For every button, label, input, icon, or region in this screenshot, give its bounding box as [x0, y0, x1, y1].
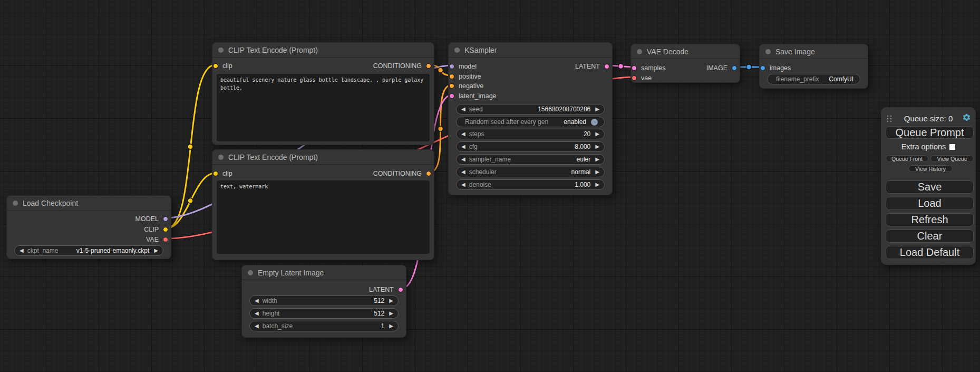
view-queue-button[interactable]: View Queue — [930, 155, 974, 162]
widget-cfg[interactable]: ◀ cfg 8.000 ▶ — [456, 141, 605, 152]
node-header[interactable]: CLIP Text Encode (Prompt) — [212, 150, 434, 165]
output-socket-image[interactable] — [732, 65, 737, 71]
widget-scheduler[interactable]: ◀ scheduler normal ▶ — [456, 167, 605, 177]
input-slot-latent-image[interactable]: latent_image — [449, 91, 497, 101]
input-socket-clip[interactable] — [213, 171, 218, 176]
widget-random-seed-toggle[interactable]: Random seed after every gen enabled — [456, 117, 605, 127]
gear-icon[interactable] — [962, 113, 971, 122]
input-socket-clip[interactable] — [213, 63, 218, 69]
node-header[interactable]: Save Image — [760, 44, 868, 59]
output-socket-clip[interactable] — [163, 227, 168, 232]
output-socket-conditioning[interactable] — [426, 63, 431, 69]
increment-arrow-icon[interactable]: ▶ — [595, 157, 599, 162]
input-slot-negative[interactable]: negative — [449, 81, 483, 91]
node-collapse-dot-icon[interactable] — [765, 49, 771, 54]
node-header[interactable]: KSampler — [449, 43, 612, 58]
node-collapse-dot-icon[interactable] — [218, 47, 224, 53]
decrement-arrow-icon[interactable]: ◀ — [461, 157, 465, 162]
increment-arrow-icon[interactable]: ▶ — [595, 131, 599, 137]
input-slot-positive[interactable]: positive — [449, 71, 481, 81]
node-graph-canvas[interactable]: Load Checkpoint MODEL CLIP VAE ◀ ckpt_na… — [0, 0, 980, 372]
increment-arrow-icon[interactable]: ▶ — [389, 323, 393, 329]
node-clip-text-encode-positive[interactable]: CLIP Text Encode (Prompt) clip CONDITION… — [212, 42, 434, 145]
widget-seed[interactable]: ◀ seed 156680208700286 ▶ — [456, 104, 605, 115]
output-socket-vae[interactable] — [163, 237, 168, 242]
input-socket-samples[interactable] — [632, 65, 637, 71]
output-socket-latent[interactable] — [604, 64, 609, 69]
widget-height[interactable]: ◀ height 512 ▶ — [249, 308, 399, 319]
widget-batch-size[interactable]: ◀ batch_size 1 ▶ — [249, 321, 399, 331]
increment-arrow-icon[interactable]: ▶ — [389, 311, 393, 316]
increment-arrow-icon[interactable]: ▶ — [154, 248, 158, 253]
output-slot-image[interactable]: IMAGE — [706, 63, 740, 73]
output-slot-clip[interactable]: CLIP — [144, 224, 171, 234]
extra-options-checkbox[interactable] — [949, 144, 955, 150]
prompt-textarea[interactable]: text, watermark — [217, 180, 430, 254]
input-slot-clip[interactable]: clip — [212, 61, 232, 71]
increment-arrow-icon[interactable]: ▶ — [595, 107, 599, 112]
decrement-arrow-icon[interactable]: ◀ — [20, 248, 24, 253]
input-slot-vae[interactable]: vae — [631, 73, 652, 83]
output-slot-latent[interactable]: LATENT — [575, 61, 612, 71]
input-slot-model[interactable]: model — [449, 61, 477, 71]
output-slot-conditioning[interactable]: CONDITIONING — [373, 61, 434, 71]
widget-steps[interactable]: ◀ steps 20 ▶ — [456, 129, 605, 139]
decrement-arrow-icon[interactable]: ◀ — [461, 169, 465, 175]
output-slot-model[interactable]: MODEL — [135, 214, 171, 224]
input-socket-model[interactable] — [449, 64, 454, 69]
decrement-arrow-icon[interactable]: ◀ — [255, 311, 259, 316]
output-socket-conditioning[interactable] — [426, 171, 431, 176]
increment-arrow-icon[interactable]: ▶ — [595, 169, 599, 175]
load-default-button[interactable]: Load Default — [886, 246, 974, 259]
input-slot-images[interactable]: images — [760, 63, 791, 73]
queue-prompt-button[interactable]: Queue Prompt — [886, 126, 974, 139]
output-slot-vae[interactable]: VAE — [146, 234, 171, 244]
output-slot-conditioning[interactable]: CONDITIONING — [373, 168, 434, 178]
prompt-textarea[interactable]: beautiful scenery nature glass bottle la… — [217, 74, 430, 141]
toggle-indicator[interactable] — [591, 119, 598, 126]
decrement-arrow-icon[interactable]: ◀ — [255, 323, 259, 329]
save-button[interactable]: Save — [886, 180, 974, 194]
increment-arrow-icon[interactable]: ▶ — [595, 182, 599, 187]
output-socket-model[interactable] — [163, 216, 168, 222]
node-empty-latent-image[interactable]: Empty Latent Image LATENT ◀ width 512 ▶ … — [241, 265, 406, 338]
decrement-arrow-icon[interactable]: ◀ — [461, 131, 465, 137]
node-collapse-dot-icon[interactable] — [13, 201, 18, 206]
node-save-image[interactable]: Save Image images filename_prefix ComfyU… — [759, 44, 868, 89]
view-history-button[interactable]: View History — [908, 165, 953, 172]
increment-arrow-icon[interactable]: ▶ — [595, 144, 599, 149]
decrement-arrow-icon[interactable]: ◀ — [255, 298, 259, 303]
node-collapse-dot-icon[interactable] — [637, 49, 642, 54]
increment-arrow-icon[interactable]: ▶ — [389, 298, 393, 303]
widget-width[interactable]: ◀ width 512 ▶ — [249, 295, 399, 306]
node-ksampler[interactable]: KSampler model positive negative latent_… — [448, 42, 613, 195]
node-load-checkpoint[interactable]: Load Checkpoint MODEL CLIP VAE ◀ ckpt_na… — [6, 195, 171, 259]
widget-sampler-name[interactable]: ◀ sampler_name euler ▶ — [456, 154, 605, 165]
decrement-arrow-icon[interactable]: ◀ — [461, 182, 465, 187]
node-collapse-dot-icon[interactable] — [248, 270, 253, 275]
input-socket-images[interactable] — [760, 65, 765, 71]
clear-button[interactable]: Clear — [886, 230, 974, 243]
widget-ckpt-name[interactable]: ◀ ckpt_name v1-5-pruned-emaonly.ckpt ▶ — [14, 245, 163, 256]
widget-filename-prefix[interactable]: filename_prefix ComfyUI — [767, 74, 860, 84]
refresh-button[interactable]: Refresh — [886, 213, 974, 226]
node-clip-text-encode-negative[interactable]: CLIP Text Encode (Prompt) clip CONDITION… — [212, 149, 434, 260]
node-header[interactable]: CLIP Text Encode (Prompt) — [212, 43, 434, 58]
node-header[interactable]: Empty Latent Image — [242, 265, 406, 280]
output-socket-latent[interactable] — [398, 287, 403, 292]
decrement-arrow-icon[interactable]: ◀ — [461, 144, 465, 149]
input-socket-negative[interactable] — [449, 83, 454, 89]
node-vae-decode[interactable]: VAE Decode samples vae IMAGE — [630, 44, 740, 83]
node-collapse-dot-icon[interactable] — [218, 155, 224, 160]
input-socket-vae[interactable] — [632, 75, 637, 81]
node-header[interactable]: Load Checkpoint — [7, 196, 171, 211]
node-collapse-dot-icon[interactable] — [454, 47, 460, 53]
widget-denoise[interactable]: ◀ denoise 1.000 ▶ — [456, 179, 605, 190]
input-socket-latent-image[interactable] — [449, 93, 454, 99]
input-socket-positive[interactable] — [449, 74, 454, 79]
queue-front-button[interactable]: Queue Front — [886, 155, 928, 162]
load-button[interactable]: Load — [886, 197, 974, 210]
output-slot-latent[interactable]: LATENT — [369, 284, 406, 294]
input-slot-samples[interactable]: samples — [631, 63, 666, 73]
input-slot-clip[interactable]: clip — [212, 168, 232, 178]
